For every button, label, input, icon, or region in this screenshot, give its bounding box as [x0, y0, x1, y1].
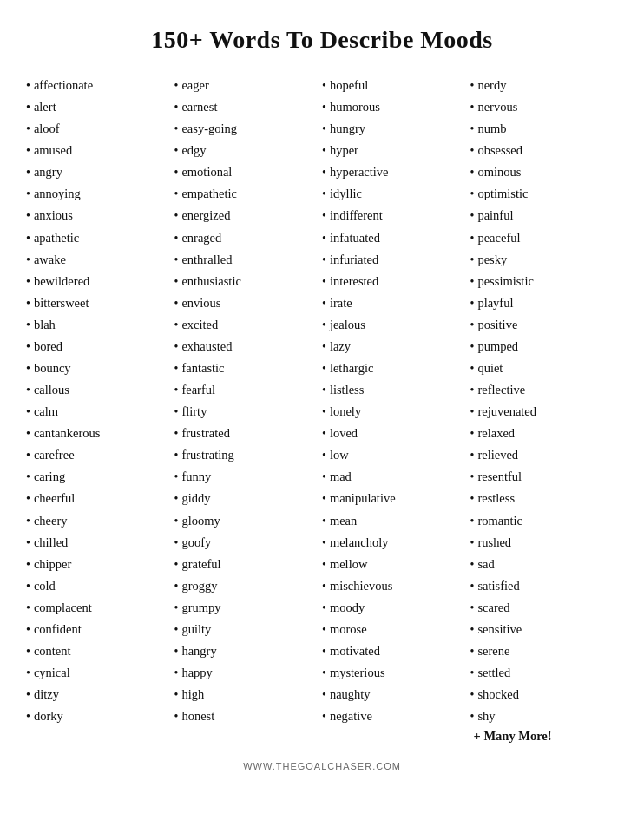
list-item: frustrating: [174, 444, 323, 466]
list-item: nerdy: [470, 75, 619, 96]
list-item: reflective: [470, 379, 619, 401]
list-item: ditzy: [26, 684, 174, 705]
list-item: funny: [174, 466, 323, 488]
list-item: frustrated: [174, 423, 323, 444]
list-item: ominous: [470, 161, 619, 183]
list-item: empathetic: [174, 183, 323, 205]
list-item: guilty: [174, 619, 323, 640]
list-item: restless: [470, 488, 619, 509]
list-item: complacent: [26, 597, 174, 619]
list-item: quiet: [470, 357, 619, 379]
list-item: relaxed: [470, 423, 619, 444]
list-item: carefree: [26, 444, 174, 466]
list-item: angry: [26, 161, 174, 183]
list-item: lazy: [322, 336, 470, 357]
list-item: manipulative: [322, 488, 470, 509]
list-item: giddy: [174, 488, 323, 509]
list-item: obsessed: [470, 140, 619, 161]
list-item: playful: [470, 292, 619, 314]
list-item: excited: [174, 314, 323, 336]
list-item: hopeful: [322, 75, 470, 96]
list-item: pumped: [470, 336, 619, 357]
list-item: honest: [174, 705, 323, 727]
list-item: sensitive: [470, 619, 619, 640]
word-column-1: affectionatealertaloofamusedangryannoyin…: [26, 75, 174, 744]
word-column-4: nerdynervousnumbobsessedominousoptimisti…: [470, 75, 619, 744]
list-item: groggy: [174, 575, 323, 597]
list-item: cantankerous: [26, 423, 174, 444]
list-item: eager: [174, 75, 323, 96]
list-item: relieved: [470, 444, 619, 466]
list-item: settled: [470, 662, 619, 684]
list-item: calm: [26, 401, 174, 423]
list-item: serene: [470, 640, 619, 662]
list-item: gloomy: [174, 510, 323, 532]
list-item: satisfied: [470, 575, 619, 597]
list-item: hangry: [174, 640, 323, 662]
list-item: easy-going: [174, 118, 323, 140]
list-item: infatuated: [322, 227, 470, 249]
list-item: scared: [470, 597, 619, 619]
list-item: numb: [470, 118, 619, 140]
list-item: peaceful: [470, 227, 619, 249]
list-item: naughty: [322, 684, 470, 705]
list-item: sad: [470, 554, 619, 575]
list-item: caring: [26, 466, 174, 488]
list-item: envious: [174, 292, 323, 314]
list-item: emotional: [174, 161, 323, 183]
list-item: chipper: [26, 554, 174, 575]
list-item: lethargic: [322, 357, 470, 379]
list-item: pessimistic: [470, 271, 619, 292]
list-item: nervous: [470, 96, 619, 118]
list-item: cynical: [26, 662, 174, 684]
list-item: positive: [470, 314, 619, 336]
list-item: grumpy: [174, 597, 323, 619]
list-item: painful: [470, 205, 619, 226]
list-item: listless: [322, 379, 470, 401]
list-item: bittersweet: [26, 292, 174, 314]
list-item: enraged: [174, 227, 323, 249]
footer-url: WWW.THEGOALCHASER.COM: [17, 761, 627, 771]
list-item: moody: [322, 597, 470, 619]
list-item: bewildered: [26, 271, 174, 292]
list-item: bored: [26, 336, 174, 357]
list-item: aloof: [26, 118, 174, 140]
list-item: dorky: [26, 705, 174, 727]
list-item: exhausted: [174, 336, 323, 357]
list-item: callous: [26, 379, 174, 401]
list-item: confident: [26, 619, 174, 640]
list-item: cheery: [26, 510, 174, 532]
list-item: loved: [322, 423, 470, 444]
list-item: amused: [26, 140, 174, 161]
list-item: grateful: [174, 554, 323, 575]
list-item: hyperactive: [322, 161, 470, 183]
list-item: affectionate: [26, 75, 174, 96]
list-item: apathetic: [26, 227, 174, 249]
list-item: indifferent: [322, 205, 470, 226]
list-item: humorous: [322, 96, 470, 118]
list-item: negative: [322, 705, 470, 727]
list-item: high: [174, 684, 323, 705]
list-item: jealous: [322, 314, 470, 336]
list-item: shy: [470, 705, 619, 727]
word-column-2: eagerearnesteasy-goingedgyemotionalempat…: [174, 75, 323, 744]
list-item: awake: [26, 249, 174, 271]
list-item: cheerful: [26, 488, 174, 509]
list-item: chilled: [26, 532, 174, 554]
list-item: resentful: [470, 466, 619, 488]
list-item: annoying: [26, 183, 174, 205]
list-item: enthralled: [174, 249, 323, 271]
list-item: mellow: [322, 554, 470, 575]
word-column-3: hopefulhumoroushungryhyperhyperactiveidy…: [322, 75, 470, 744]
many-more-label: + Many More!: [470, 729, 619, 744]
list-item: shocked: [470, 684, 619, 705]
list-item: hyper: [322, 140, 470, 161]
list-item: earnest: [174, 96, 323, 118]
list-item: lonely: [322, 401, 470, 423]
list-item: pesky: [470, 249, 619, 271]
list-item: blah: [26, 314, 174, 336]
list-item: romantic: [470, 510, 619, 532]
list-item: goofy: [174, 532, 323, 554]
list-item: infuriated: [322, 249, 470, 271]
list-item: mad: [322, 466, 470, 488]
